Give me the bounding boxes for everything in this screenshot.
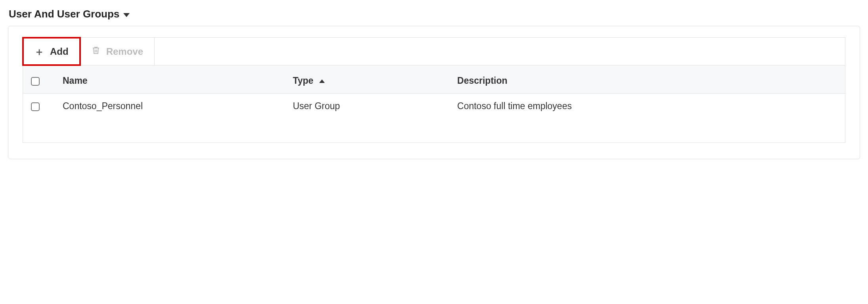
header-name-label: Name bbox=[63, 75, 88, 86]
header-name[interactable]: Name bbox=[55, 68, 285, 94]
table-wrapper: Name Type Description Contoso_P bbox=[23, 68, 845, 143]
remove-button: Remove bbox=[80, 38, 155, 65]
header-description[interactable]: Description bbox=[449, 68, 845, 94]
toolbar-spacer bbox=[155, 38, 845, 65]
chevron-down-icon bbox=[123, 13, 130, 17]
table-row[interactable]: Contoso_Personnel User Group Contoso ful… bbox=[23, 94, 845, 119]
row-name: Contoso_Personnel bbox=[55, 94, 285, 119]
row-description: Contoso full time employees bbox=[449, 94, 845, 119]
header-description-label: Description bbox=[457, 75, 508, 86]
table-header-row: Name Type Description bbox=[23, 68, 845, 94]
header-type[interactable]: Type bbox=[285, 68, 449, 94]
user-groups-table: Name Type Description Contoso_P bbox=[23, 68, 845, 119]
header-checkbox-cell bbox=[23, 68, 55, 94]
row-type: User Group bbox=[285, 94, 449, 119]
select-all-checkbox[interactable] bbox=[31, 77, 40, 86]
sort-ascending-icon bbox=[319, 79, 325, 83]
add-button[interactable]: ＋ Add bbox=[23, 38, 80, 65]
section-header[interactable]: User And User Groups bbox=[8, 8, 860, 20]
trash-icon bbox=[91, 45, 101, 58]
row-checkbox[interactable] bbox=[31, 102, 40, 111]
remove-button-label: Remove bbox=[106, 46, 143, 57]
section-title: User And User Groups bbox=[9, 8, 119, 20]
row-checkbox-cell bbox=[23, 94, 55, 119]
toolbar: ＋ Add Remove bbox=[23, 37, 845, 65]
header-type-label: Type bbox=[293, 75, 313, 86]
add-button-label: Add bbox=[50, 46, 69, 57]
panel-user-groups: ＋ Add Remove Name bbox=[8, 26, 860, 159]
toolbar-divider bbox=[23, 65, 845, 68]
plus-icon: ＋ bbox=[34, 46, 44, 57]
